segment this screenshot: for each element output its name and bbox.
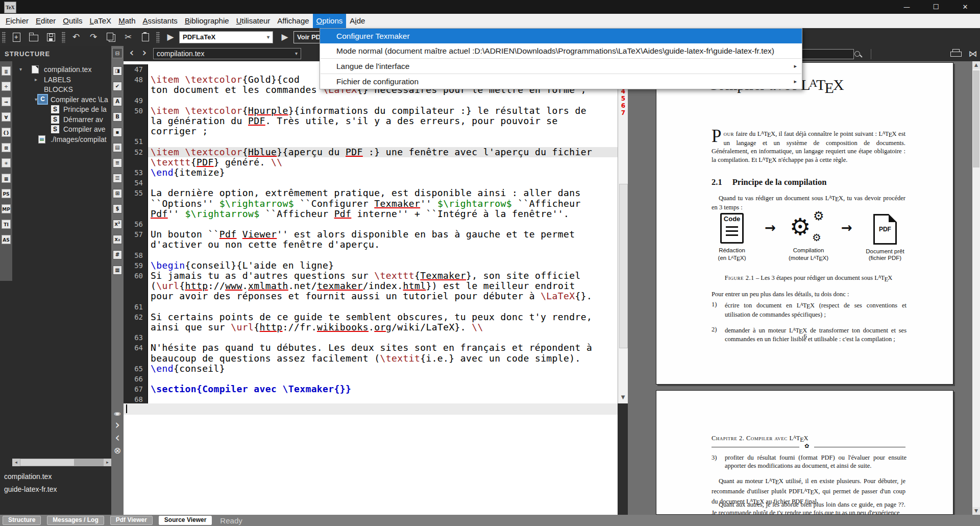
tree-item-compiler-ave[interactable]: SCompiler ave [12,124,111,134]
structure-refresh-button[interactable]: ⊟ [112,48,122,58]
eye-icon[interactable]: ◉ [111,410,124,417]
latex-tool-button-7[interactable]: ≡ [113,158,122,168]
symbol-panel-tab-2[interactable]: ÷ [2,82,11,91]
print-button[interactable] [950,49,962,58]
cut-button[interactable]: ✂ [121,31,135,44]
paste-button[interactable] [139,31,152,44]
run-view-button[interactable]: ▶ [278,31,291,44]
latex-tool-button-3[interactable]: A [113,97,122,106]
latex-tool-button-11[interactable]: x² [113,220,122,229]
menubar-item-math[interactable]: Math [115,14,139,28]
menubar-item-aide[interactable]: Aide [346,14,369,28]
status-tab-structure[interactable]: Structure [3,516,41,525]
status-tab-pdf-viewer[interactable]: Pdf Viewer [110,516,153,525]
search-icon[interactable] [853,50,863,59]
structure-tree[interactable]: ▾compilation.tex▸LABELSBLOCKS▾CCompiler … [12,61,111,459]
copy-button[interactable] [104,31,117,44]
symbol-panel-tab-10[interactable]: MP [2,204,11,213]
menubar-item-latex[interactable]: LaTeX [86,14,115,28]
menubar-item-outils[interactable]: Outils [59,14,86,28]
new-file-button[interactable]: + [10,31,23,44]
close-log-icon[interactable]: ⊗ [111,444,124,457]
collapse-log-icon[interactable]: ‹ [111,432,124,444]
symbol-panel-tab-5[interactable]: {} [2,128,11,137]
editor-vscrollbar[interactable]: ▼ 4567 [618,61,628,403]
latex-tool-button-2[interactable]: ✔ [113,82,122,91]
latex-tool-button-6[interactable]: ▤ [113,143,122,152]
open-file-compilation-tex[interactable]: compilation.tex [4,472,52,481]
redo-icon: ↷ [90,32,97,42]
latex-tool-button-9[interactable]: ⊞ [113,189,122,198]
compile-mode-select[interactable]: PDFLaTeX ▾ [179,31,273,43]
menu-item-fichier[interactable]: Fichier de configuration▸ [320,74,802,89]
tree-expander-icon[interactable]: ▾ [35,94,37,105]
latex-tool-button-1[interactable]: ◨ [113,66,122,76]
symbol-panel-tab-4[interactable]: ∀ [2,112,11,122]
save-file-button[interactable] [44,31,58,44]
scrollbar-thumb[interactable] [973,70,979,168]
scroll-left-icon[interactable]: ◂ [12,459,20,466]
open-file-selector[interactable]: compilation.tex ▾ [153,48,301,59]
symbol-panel-tab-9[interactable]: PS [2,189,11,198]
tree-item-labels[interactable]: ▸LABELS [12,75,111,85]
symbol-panel-tab-3[interactable]: ⇒ [2,97,11,106]
menu-item-langue[interactable]: Langue de l'interface▸ [320,59,802,74]
symbol-panel-tab-12[interactable]: AS [2,235,11,244]
menubar-item-fichier[interactable]: Fichier [2,14,32,28]
maximize-button[interactable]: ☐ [921,0,950,14]
external-viewer-button[interactable]: ⋈ [967,48,979,59]
latex-tool-button-14[interactable]: ▦ [113,266,122,275]
tree-item-compilation-tex[interactable]: ▾compilation.tex [12,64,111,75]
structure-hscrollbar[interactable]: ◂ ▸ [12,459,111,466]
latex-tool-button-4[interactable]: B [113,112,122,122]
pdf-vscrollbar[interactable]: ▲ ▼ [972,61,980,515]
minimize-button[interactable]: — [892,0,921,14]
close-button[interactable]: ✕ [950,0,980,14]
latex-tool-button-10[interactable]: $ [113,204,122,213]
menubar-item-assistants[interactable]: Assistants [139,14,181,28]
menubar-item-options[interactable]: Options [313,14,347,28]
next-document-button[interactable]: › [139,47,150,59]
scrollbar-thumb[interactable] [20,459,74,466]
tree-item-compiler-avec-la[interactable]: ▾CCompiler avec \La [12,94,111,105]
symbol-panel-tab-1[interactable]: ≣ [2,66,11,76]
latex-tool-button-8[interactable]: ☰ [113,174,122,183]
status-tab-source-viewer[interactable]: Source Viewer [159,516,212,525]
undo-button[interactable]: ↶ [69,31,83,44]
open-file-guide-latex-fr-tex[interactable]: guide-latex-fr.tex [4,485,57,493]
chevron-down-icon: ▾ [295,49,298,59]
menubar-item-bibliographie[interactable]: Bibliographie [181,14,233,28]
open-file-button[interactable] [27,31,40,44]
scrollbar-thumb[interactable] [619,184,628,348]
tree-item-principe-de-la[interactable]: SPrincipe de la [12,104,111,114]
symbol-panel-tab-8[interactable]: ▦ [2,174,11,183]
scroll-up-icon[interactable]: ▲ [972,61,980,69]
redo-button[interactable]: ↷ [87,31,100,44]
latex-tool-button-12[interactable]: x₂ [113,235,122,244]
menubar-item-editer[interactable]: Editer [32,14,59,28]
editor-row: Pdf'' $\rightarrow$ ``Afficheur Pdf inte… [124,209,618,219]
prev-document-button[interactable]: ‹ [126,47,137,59]
scroll-right-icon[interactable]: ▸ [104,459,111,466]
tree-item-blocks[interactable]: BLOCKS [12,84,111,94]
latex-tool-button-5[interactable]: ▪ [113,128,122,137]
source-editor[interactable]: 4748\item \textcolor{Gold}{codton docume… [124,61,618,403]
editor-cursor-line[interactable] [124,403,618,415]
menu-item-mode[interactable]: Mode normal (document maître actuel :D:\… [320,43,802,58]
expand-log-icon[interactable]: › [111,419,124,431]
tree-item--images-compilat[interactable]: ./Images/compilat [12,134,111,145]
symbol-panel-tab-11[interactable]: TI [2,220,11,229]
run-compile-button[interactable]: ▶ [164,31,177,44]
symbol-panel-tab-6[interactable]: ⊠ [2,143,11,152]
menu-item-configurer[interactable]: Configurer Texmaker [320,29,802,43]
scroll-down-icon[interactable]: ▼ [618,392,628,402]
tree-item-d-marrer-av[interactable]: SDémarrer av [12,114,111,125]
menubar-item-affichage[interactable]: Affichage [274,14,312,28]
symbol-panel-tab-7[interactable]: ✳ [2,158,11,168]
latex-tool-button-13[interactable]: # [113,250,122,259]
tree-expander-icon[interactable]: ▾ [19,64,22,75]
tree-expander-icon[interactable]: ▸ [35,75,37,85]
status-tab-messages-log[interactable]: Messages / Log [47,516,104,525]
menubar-item-utilisateur[interactable]: Utilisateur [233,14,274,28]
scroll-down-icon[interactable]: ▼ [972,507,980,515]
